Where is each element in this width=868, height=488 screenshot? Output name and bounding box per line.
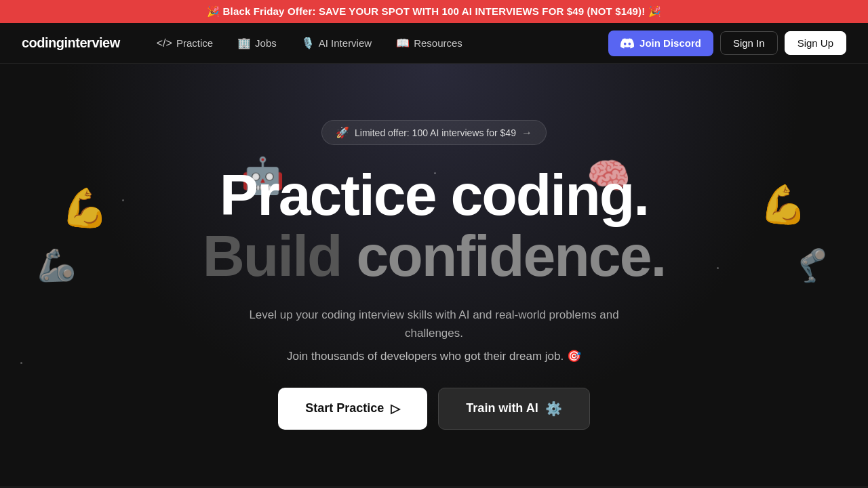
star-dot xyxy=(717,267,719,269)
nav-actions: Join Discord Sign In Sign Up xyxy=(608,30,846,56)
hero-title-line2: Build confidence. xyxy=(203,225,666,286)
offer-pill-text: Limited offer: 100 AI interviews for $49 xyxy=(355,127,516,138)
hero-title-light: confidence. xyxy=(357,223,666,288)
nav-resources-label: Resources xyxy=(414,37,462,49)
promo-banner[interactable]: 🎉 Black Friday Offer: SAVE YOUR SPOT WIT… xyxy=(0,0,868,23)
muscle-left-emoji: 💪 xyxy=(61,186,108,230)
hero-subtitle: Level up your coding interview skills wi… xyxy=(237,306,631,342)
nav-jobs-label: Jobs xyxy=(255,37,277,49)
discord-button-label: Join Discord xyxy=(639,37,701,49)
nav-practice[interactable]: </> Practice xyxy=(147,31,222,55)
robot-arm-left-emoji: 🦾 xyxy=(37,247,76,283)
discord-icon xyxy=(620,37,634,50)
hero-title-bold: Build xyxy=(203,223,342,288)
signin-button[interactable]: Sign In xyxy=(720,31,778,55)
nav-resources[interactable]: 📖 Resources xyxy=(387,31,472,55)
nav-practice-label: Practice xyxy=(176,37,213,49)
promo-banner-text: 🎉 Black Friday Offer: SAVE YOUR SPOT WIT… xyxy=(207,5,661,17)
start-practice-label: Start Practice xyxy=(305,401,384,415)
star-dot xyxy=(20,362,22,364)
hero-subtitle2: Join thousands of developers who got the… xyxy=(287,349,581,363)
ai-interview-icon: 🎙️ xyxy=(301,37,315,49)
hero-section: 💪 🤖 🧠 💪 🦾 🦿 🚀 Limited offer: 100 AI inte… xyxy=(0,64,868,486)
nav-jobs[interactable]: 🏢 Jobs xyxy=(228,31,286,55)
cta-row: Start Practice ▷ Train with AI ⚙️ xyxy=(278,388,589,430)
train-with-ai-button[interactable]: Train with AI ⚙️ xyxy=(438,388,589,430)
resources-icon: 📖 xyxy=(396,37,410,49)
offer-rocket-icon: 🚀 xyxy=(336,126,349,139)
train-with-ai-label: Train with AI xyxy=(466,401,538,415)
jobs-icon: 🏢 xyxy=(237,37,251,49)
join-discord-button[interactable]: Join Discord xyxy=(608,30,713,56)
hero-title: Practice coding. Build confidence. xyxy=(203,164,666,287)
hero-title-line1: Practice coding. xyxy=(203,164,666,225)
offer-arrow-icon: → xyxy=(521,127,532,139)
practice-icon: </> xyxy=(157,37,172,49)
star-dot xyxy=(122,199,124,201)
nav-ai-label: AI Interview xyxy=(319,37,372,49)
site-logo[interactable]: codinginterview xyxy=(22,35,120,51)
ai-gear-icon: ⚙️ xyxy=(545,401,562,417)
signup-button[interactable]: Sign Up xyxy=(785,31,846,55)
nav-ai-interview[interactable]: 🎙️ AI Interview xyxy=(292,31,381,55)
signin-label: Sign In xyxy=(733,37,765,49)
robot-arm-right-emoji: 🦿 xyxy=(792,247,831,283)
muscle-right-emoji: 💪 xyxy=(760,182,807,227)
offer-pill[interactable]: 🚀 Limited offer: 100 AI interviews for $… xyxy=(321,120,547,145)
signup-label: Sign Up xyxy=(797,37,833,49)
navbar: codinginterview </> Practice 🏢 Jobs 🎙️ A… xyxy=(0,23,868,64)
start-practice-button[interactable]: Start Practice ▷ xyxy=(278,388,427,430)
practice-arrow-icon: ▷ xyxy=(391,401,400,416)
nav-links: </> Practice 🏢 Jobs 🎙️ AI Interview 📖 Re… xyxy=(147,31,608,55)
